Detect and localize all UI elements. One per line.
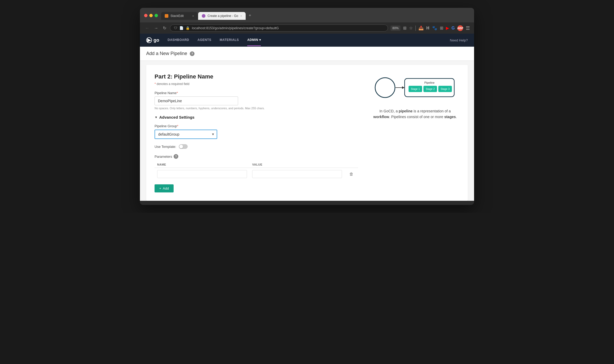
g-icon[interactable]: G	[452, 26, 455, 31]
pocket-icon[interactable]: 📥	[418, 26, 424, 31]
pipeline-name-hint: No spaces. Only letters, numbers, hyphen…	[155, 107, 358, 110]
use-template-row: Use Template:	[155, 144, 358, 149]
address-text: localhost:8153/go/admin/pipelines/create…	[192, 26, 384, 30]
app-navigation: ▶ go DASHBOARD AGENTS MATERIALS ADMIN ▾ …	[140, 34, 474, 47]
delete-param-button[interactable]: 🗑	[347, 171, 356, 178]
main-card: Part 2: Pipeline Name * denotes a requir…	[146, 65, 468, 201]
advanced-settings-toggle[interactable]: ▼ Advanced Settings	[155, 115, 358, 119]
pipeline-group-wrapper: defaultGroup ▼	[155, 130, 217, 139]
page-content: Add a New Pipeline ? Part 2: Pipeline Na…	[140, 47, 474, 201]
abp-icon[interactable]: ABP	[457, 25, 463, 31]
extension-icon[interactable]: 🐾	[432, 26, 437, 31]
svg-text:Stage 2: Stage 2	[426, 88, 435, 90]
svg-text:Stage 1: Stage 1	[411, 88, 420, 90]
col-value-header: VALUE	[250, 161, 345, 168]
param-name-cell	[155, 168, 250, 180]
nav-link-admin[interactable]: ADMIN ▾	[247, 34, 261, 46]
use-template-label: Use Template:	[155, 145, 176, 149]
pipeline-group-label: Pipeline Group*	[155, 124, 358, 128]
param-name-input[interactable]	[157, 170, 247, 178]
param-value-input[interactable]	[252, 170, 342, 178]
url-bar[interactable]: 🛡 📄 🔒 localhost:8153/go/admin/pipelines/…	[170, 25, 388, 32]
minimize-window-button[interactable]	[149, 14, 153, 17]
h-icon[interactable]: H	[426, 26, 429, 31]
tab-close-stackedit[interactable]: ×	[192, 15, 194, 17]
close-window-button[interactable]	[144, 14, 147, 17]
tab-icon-gocd	[202, 14, 205, 18]
pipeline-name-input[interactable]	[155, 96, 238, 105]
page-help-icon[interactable]: ?	[190, 51, 194, 56]
parameters-label: Parameters	[155, 155, 172, 159]
tab-label-gocd: Create a pipeline - Go	[208, 14, 238, 18]
new-tab-button[interactable]: +	[246, 11, 254, 20]
svg-text:Stage 3: Stage 3	[441, 88, 450, 90]
form-title: Part 2: Pipeline Name	[155, 73, 358, 80]
refresh-button[interactable]: ↻	[162, 25, 167, 32]
pipeline-group-required: *	[177, 124, 178, 128]
address-bar: ← → ↻ 🛡 📄 🔒 localhost:8153/go/admin/pipe…	[140, 22, 474, 34]
add-icon: +	[159, 186, 161, 190]
menu-icon[interactable]: ☰	[466, 25, 470, 31]
logo-text: go	[154, 38, 159, 43]
tab-icon-stackedit	[165, 14, 168, 18]
toolbar-icons: ⊞ ☆ 📥 H 🐾 ⊞ ▶ G ABP ☰	[403, 25, 470, 31]
maximize-window-button[interactable]	[155, 14, 158, 17]
pipeline-name-group: Pipeline Name* No spaces. Only letters, …	[155, 91, 358, 110]
help-link[interactable]: Need Help?	[450, 38, 468, 42]
nav-link-materials[interactable]: MATERIALS	[220, 34, 239, 46]
nav-link-dashboard[interactable]: DASHBOARD	[168, 34, 189, 46]
pipeline-group-select[interactable]: defaultGroup	[155, 130, 217, 139]
tab-gocd[interactable]: Create a pipeline - Go ×	[198, 12, 246, 20]
parameters-table: NAME VALUE	[155, 161, 358, 180]
col-action-header	[345, 161, 358, 168]
page-icon: 📄	[179, 26, 184, 30]
add-label: Add	[163, 186, 169, 190]
chevron-icon: ▼	[155, 116, 158, 119]
param-action-cell: 🗑	[345, 168, 358, 180]
svg-marker-2	[402, 86, 405, 89]
nav-link-agents[interactable]: AGENTS	[198, 34, 211, 46]
lock-icon: 🔒	[186, 26, 190, 30]
svg-text:Pipeline: Pipeline	[424, 81, 434, 84]
zoom-level: 80%	[391, 26, 400, 31]
back-button[interactable]: ←	[144, 25, 150, 32]
pipeline-name-required: *	[177, 91, 178, 95]
required-note: * denotes a required field	[155, 82, 358, 86]
page-title: Add a New Pipeline	[146, 51, 187, 56]
youtube-icon[interactable]: ▶	[446, 26, 449, 31]
pipeline-diagram-svg: Pipeline Stage 1 Stage 2 Stage 3	[371, 73, 459, 102]
tab-close-gocd[interactable]: ×	[240, 15, 242, 17]
parameters-help-icon[interactable]: ?	[174, 154, 178, 159]
app-logo[interactable]: ▶ go	[146, 34, 159, 47]
pipeline-diagram: Pipeline Stage 1 Stage 2 Stage 3	[371, 73, 459, 102]
use-template-toggle[interactable]	[179, 144, 188, 149]
col-name-header: NAME	[155, 161, 250, 168]
info-text: In GoCD, a pipeline is a representation …	[371, 108, 459, 120]
info-section: Pipeline Stage 1 Stage 2 Stage 3 In G	[371, 73, 459, 192]
tab-label-stackedit: StackEdit	[170, 14, 184, 18]
page-header: Add a New Pipeline ?	[140, 47, 474, 61]
toggle-knob	[179, 145, 183, 148]
apps-icon[interactable]: ⊞	[440, 26, 443, 31]
grid-icon[interactable]: ⊞	[403, 26, 406, 31]
forward-button[interactable]: →	[153, 25, 159, 32]
shield-icon: 🛡	[174, 26, 177, 30]
required-star: *	[155, 82, 156, 86]
separator	[415, 26, 416, 31]
logo-icon: ▶	[146, 37, 152, 43]
advanced-settings-label: Advanced Settings	[159, 115, 194, 119]
pipeline-name-label: Pipeline Name*	[155, 91, 358, 95]
parameters-label-row: Parameters ?	[155, 154, 358, 159]
parameter-row: 🗑	[155, 168, 358, 180]
required-note-text: denotes a required field	[157, 82, 189, 86]
tab-stackedit[interactable]: StackEdit ×	[161, 12, 198, 20]
pipeline-group-group: Pipeline Group* defaultGroup ▼	[155, 124, 358, 139]
form-section: Part 2: Pipeline Name * denotes a requir…	[155, 73, 358, 192]
param-value-cell	[250, 168, 345, 180]
add-button[interactable]: + Add	[155, 184, 174, 192]
star-icon[interactable]: ☆	[409, 26, 413, 31]
svg-point-0	[375, 78, 395, 98]
